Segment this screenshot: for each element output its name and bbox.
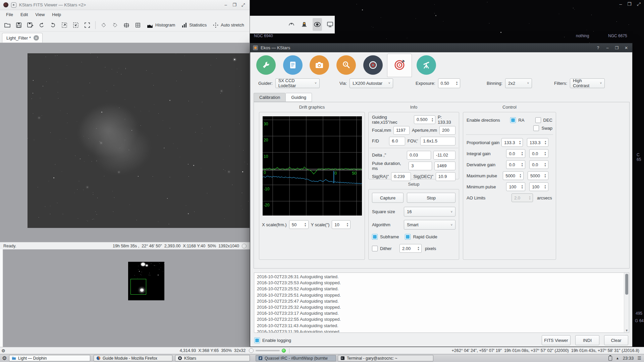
save-as-icon[interactable]	[25, 20, 35, 30]
grid-icon[interactable]	[133, 20, 143, 30]
task-kstars[interactable]: KStars	[175, 355, 250, 361]
module-align-icon[interactable]	[363, 55, 383, 75]
satellite-icon[interactable]	[300, 18, 309, 31]
tab-light-filter[interactable]: Light_Filter * ✕	[2, 33, 43, 43]
minimize-icon[interactable]: –	[223, 2, 229, 7]
fits-viewer-button[interactable]: FITS Viewer	[542, 335, 571, 345]
menu-help[interactable]: Help	[49, 11, 64, 18]
stop-button[interactable]: Stop	[407, 193, 455, 203]
maximize-icon[interactable]: ❐	[613, 46, 620, 50]
guiding-rate-spinbox[interactable]: 0.500▲▼	[414, 115, 435, 124]
tray-expand-icon[interactable]: ▲	[616, 356, 619, 360]
proportional-gain-dec-spinbox[interactable]: 133.3▲▼	[527, 138, 548, 147]
save-icon[interactable]	[14, 20, 23, 30]
module-mount-icon[interactable]	[417, 55, 436, 75]
close-icon[interactable]: ✕	[623, 46, 630, 50]
help-icon[interactable]: ?	[595, 46, 601, 50]
fits-image-viewport[interactable]	[0, 43, 250, 242]
fits-image[interactable]	[28, 53, 250, 228]
zoom-fit-icon[interactable]	[83, 20, 92, 30]
xscale-spinbox[interactable]: 50▲▼	[289, 220, 309, 229]
close-tab-icon[interactable]: ✕	[34, 35, 39, 41]
focal-field[interactable]: 1197	[393, 126, 410, 135]
statistics-button[interactable]: Statistics	[179, 20, 209, 30]
maximum-pulse-ra-spinbox[interactable]: 5000▲▼	[503, 171, 524, 180]
monitor-icon[interactable]	[325, 18, 335, 31]
tab-calibration[interactable]: Calibration	[254, 93, 285, 102]
binning-select[interactable]: 2x2˅	[505, 78, 532, 88]
guider-select[interactable]: SX CCD LodeStar˅	[275, 78, 320, 88]
yscale-spinbox[interactable]: 10▲▼	[332, 220, 351, 229]
subframe-checkbox[interactable]: Subframe	[372, 234, 399, 240]
maximum-pulse-dec-spinbox[interactable]: 5000▲▼	[528, 171, 548, 180]
auto-stretch-button[interactable]: Auto stretch	[211, 20, 246, 30]
kde-menu-icon[interactable]: ⚙	[2, 355, 7, 361]
minimize-icon[interactable]: –	[619, 1, 622, 7]
algorithm-select[interactable]: Smart˅	[404, 220, 455, 230]
fov-field[interactable]: 1.6x1.5	[420, 137, 455, 145]
module-setup-icon[interactable]	[256, 55, 276, 75]
ekos-titlebar[interactable]: Ekos — KStars ? – ❐ ✕	[250, 43, 632, 52]
clipboard-icon[interactable]	[608, 356, 612, 361]
log-scrollbar[interactable]: ▼	[624, 273, 629, 333]
star-profile-icon[interactable]	[110, 20, 120, 30]
menu-file[interactable]: File	[3, 11, 16, 18]
task-terminal[interactable]: Terminal - gary@astrocnc: ~	[338, 355, 433, 361]
undo-icon[interactable]	[37, 20, 46, 30]
via-select[interactable]: LX200 Autostar˅	[350, 78, 393, 88]
tab-guiding[interactable]: Guiding	[285, 93, 312, 102]
indi-button[interactable]: INDI	[575, 335, 599, 345]
mark-stars-icon[interactable]	[99, 20, 108, 30]
swap-checkbox[interactable]: Swap	[533, 125, 552, 131]
clear-button[interactable]: Clear	[604, 335, 628, 345]
dec-checkbox[interactable]: DEC	[535, 117, 552, 123]
ra-checkbox[interactable]: RA	[510, 117, 531, 123]
scroll-down-icon[interactable]: ▼	[625, 329, 628, 332]
derivative-gain-dec-spinbox[interactable]: 0.0▲▼	[529, 160, 548, 169]
dither-spinbox[interactable]: 2.00▲▼	[399, 244, 422, 253]
minimum-pulse-ra-spinbox[interactable]: 100▲▼	[506, 182, 525, 191]
restore-icon[interactable]: ⤢	[637, 1, 641, 7]
capture-button[interactable]: Capture	[372, 193, 404, 203]
minimize-icon[interactable]: –	[604, 46, 611, 50]
dither-checkbox[interactable]: Dither	[372, 246, 396, 251]
scrollbar-thumb[interactable]	[625, 274, 628, 295]
guide-log[interactable]: 2016-10-02T23:26:31 Autoguiding started.…	[254, 273, 629, 333]
exposure-spinbox[interactable]: 0.50▲▼	[438, 78, 460, 88]
aperture-field[interactable]: 200	[439, 126, 455, 135]
shade-icon[interactable]: ⤢	[240, 2, 246, 8]
integral-gain-dec-spinbox[interactable]: 0.0▲▼	[529, 149, 548, 158]
maximize-icon[interactable]: ❐	[627, 1, 632, 7]
dome-icon[interactable]	[287, 18, 296, 31]
minimum-pulse-dec-spinbox[interactable]: 100▲▼	[529, 182, 548, 191]
maximize-icon[interactable]: ❐	[231, 2, 237, 7]
task-dolphin[interactable]: Light — Dolphin	[9, 355, 90, 361]
module-guide-icon[interactable]	[390, 55, 409, 75]
crosshair-icon[interactable]	[122, 20, 131, 30]
square-size-select[interactable]: 16˅	[404, 207, 455, 217]
filters-select[interactable]: High Contrast˅	[570, 78, 605, 88]
panel-settings-icon[interactable]: ☰	[637, 356, 641, 361]
open-file-icon[interactable]	[3, 20, 12, 30]
menu-edit[interactable]: Edit	[17, 11, 31, 18]
fd-field[interactable]: 6.0	[389, 137, 405, 145]
guide-star-image[interactable]	[128, 262, 164, 300]
deep-sky-eye-icon[interactable]	[313, 18, 322, 31]
zoom-out-icon[interactable]	[71, 20, 80, 30]
rapid-guide-checkbox[interactable]: Rapid Guide	[405, 234, 437, 240]
zoom-in-icon[interactable]	[60, 20, 69, 30]
histogram-button[interactable]: Histogram	[145, 20, 177, 30]
proportional-gain-ra-spinbox[interactable]: 133.3▲▼	[501, 138, 523, 147]
plasma-icon[interactable]: ⚙	[1, 348, 5, 353]
enable-logging-checkbox[interactable]: Enable logging	[254, 338, 291, 343]
fits-viewer-titlebar[interactable]: KStars FITS Viewer — KStars <2> – ❐ ⤢	[0, 0, 250, 10]
task-quassel[interactable]: # Quassel IRC - #BurntWasp (burntw	[256, 355, 336, 361]
task-firefox[interactable]: Guide Module - Mozilla Firefox	[94, 355, 172, 361]
module-scheduler-icon[interactable]	[283, 55, 303, 75]
zoom-slider[interactable]	[256, 350, 280, 351]
derivative-gain-ra-spinbox[interactable]: 0.0▲▼	[506, 160, 525, 169]
module-capture-icon[interactable]	[310, 55, 329, 75]
integral-gain-ra-spinbox[interactable]: 0.0▲▼	[506, 149, 525, 158]
redo-icon[interactable]	[48, 20, 58, 30]
menu-view[interactable]: View	[32, 11, 48, 18]
